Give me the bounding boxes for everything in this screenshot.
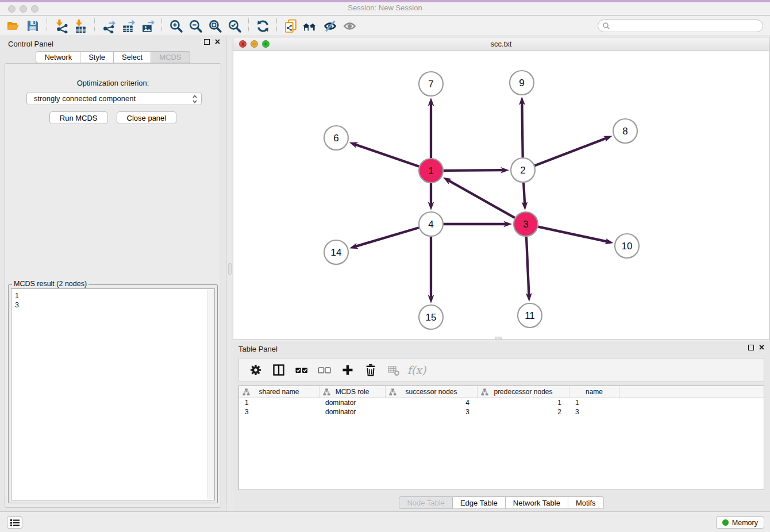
export-network-icon[interactable] — [99, 17, 118, 34]
tab-node-table[interactable]: Node Table — [399, 496, 453, 509]
tab-select[interactable]: Select — [114, 51, 151, 63]
result-scrollbar[interactable] — [207, 290, 214, 499]
toolbar-separator — [94, 18, 95, 33]
column-header-MCDS-role[interactable]: MCDS role — [319, 386, 386, 398]
cell-shared-name[interactable]: 1 — [239, 398, 319, 407]
column-header-shared-name[interactable]: shared name — [239, 386, 319, 398]
search-input[interactable] — [613, 21, 763, 31]
graph-edge-4-14[interactable] — [355, 228, 419, 246]
hide-selected-icon[interactable] — [320, 17, 340, 34]
tab-style[interactable]: Style — [80, 51, 114, 63]
application-window: Session: New Session — [0, 0, 770, 532]
mcds-result-text: 1 3 — [11, 289, 214, 312]
cell-name[interactable]: 1 — [569, 398, 619, 407]
zoom-in-icon[interactable] — [166, 17, 186, 34]
delete-column-trash-icon[interactable] — [363, 363, 378, 377]
search-icon — [602, 22, 610, 30]
cell-shared-name[interactable]: 3 — [239, 407, 319, 417]
node-table: shared nameMCDS rolesuccessor nodesprede… — [238, 385, 764, 490]
import-table-icon[interactable] — [71, 17, 90, 34]
run-mcds-button[interactable]: Run MCDS — [49, 111, 108, 124]
table-panel-title: Table Panel — [238, 345, 278, 353]
import-network-icon[interactable] — [51, 17, 71, 34]
network-canvas[interactable]: 7968124314101511 — [233, 51, 769, 340]
float-table-panel-icon[interactable] — [748, 345, 754, 350]
graph-edge-2-3[interactable] — [523, 183, 525, 205]
graph-edge-3-11[interactable] — [526, 237, 529, 296]
control-panel-tabs: NetworkStyleSelectMCDS — [0, 51, 226, 63]
graph-node-label: 7 — [428, 79, 433, 90]
table-panel: Table Panel × — [233, 342, 770, 511]
window-titlebar: Session: New Session — [0, 0, 770, 16]
cell-successor-nodes[interactable]: 4 — [386, 398, 478, 407]
graph-node-label: 9 — [519, 78, 524, 88]
criterion-value: strongly connected component — [34, 94, 136, 103]
graph-edge-1-2[interactable] — [444, 170, 503, 171]
toolbar-separator — [47, 18, 47, 33]
control-panel-title: Control Panel — [8, 40, 53, 48]
show-column-panel-icon[interactable] — [271, 363, 286, 377]
close-panel-icon[interactable]: × — [215, 39, 220, 45]
vertical-splitter-handle[interactable] — [228, 263, 232, 275]
table-toolbar: f(x) — [238, 358, 764, 382]
open-session-icon[interactable] — [3, 17, 23, 34]
create-column-plus-icon[interactable] — [340, 363, 355, 377]
show-graphics-details-icon[interactable] — [340, 17, 359, 34]
graph-node-label: 4 — [428, 219, 433, 230]
save-session-icon[interactable] — [23, 17, 43, 34]
horizontal-splitter-handle[interactable] — [495, 337, 502, 340]
close-table-panel-icon[interactable]: × — [759, 345, 764, 350]
tab-edge-table[interactable]: Edge Table — [453, 496, 506, 509]
cell-MCDS-role[interactable]: dominator — [319, 398, 386, 407]
cell-MCDS-role[interactable]: dominator — [319, 407, 386, 417]
memory-button[interactable]: Memory — [716, 516, 764, 529]
table-row[interactable]: 3dominator323 — [239, 407, 764, 417]
window-title: Session: New Session — [0, 3, 770, 12]
tab-motifs[interactable]: Motifs — [568, 496, 604, 509]
show-panels-menu-button[interactable] — [7, 516, 22, 529]
optimization-criterion-label: Optimization criterion: — [5, 79, 221, 87]
graph-node-label: 15 — [426, 312, 437, 323]
zoom-out-icon[interactable] — [186, 17, 205, 34]
delete-table-icon[interactable] — [386, 363, 401, 377]
new-session-from-network-icon[interactable] — [281, 17, 301, 34]
cell-predecessor-nodes[interactable]: 2 — [478, 407, 569, 417]
mcds-result-area[interactable]: 1 3 — [11, 288, 215, 500]
graph-node-label: 14 — [331, 247, 342, 258]
search-field[interactable] — [598, 20, 763, 32]
export-image-icon[interactable] — [138, 17, 157, 34]
zoom-fit-icon[interactable] — [205, 17, 225, 34]
mcds-panel: Optimization criterion: strongly connect… — [5, 63, 221, 508]
graph-node-label: 10 — [622, 241, 633, 252]
table-settings-gear-icon[interactable] — [248, 363, 263, 377]
graph-edge-2-8[interactable] — [535, 138, 607, 165]
graph-edge-1-6[interactable] — [355, 144, 419, 167]
cell-successor-nodes[interactable]: 3 — [386, 407, 478, 417]
memory-status-icon — [722, 519, 729, 526]
network-window-titlebar[interactable]: x – + scc.txt — [233, 37, 769, 51]
select-all-rows-icon[interactable] — [294, 363, 309, 377]
column-header-name[interactable]: name — [569, 386, 619, 398]
deselect-all-rows-icon[interactable] — [317, 363, 332, 377]
graph-edge-2-9[interactable] — [522, 102, 522, 157]
tab-network-table[interactable]: Network Table — [506, 496, 568, 509]
criterion-select[interactable]: strongly connected component — [26, 92, 202, 105]
apply-layout-icon[interactable] — [253, 17, 272, 34]
first-neighbors-icon[interactable] — [301, 17, 320, 34]
zoom-selected-icon[interactable] — [225, 17, 244, 34]
graph-edge-3-1[interactable] — [448, 180, 515, 218]
float-panel-icon[interactable] — [204, 39, 210, 45]
close-panel-button[interactable]: Close panel — [117, 111, 177, 124]
cell-predecessor-nodes[interactable]: 1 — [478, 398, 569, 407]
column-header-predecessor-nodes[interactable]: predecessor nodes — [478, 386, 569, 398]
table-row[interactable]: 1dominator411 — [239, 398, 764, 407]
table-panel-tabs: Node TableEdge TableNetwork TableMotifs — [233, 496, 770, 509]
window-accent-strip — [0, 0, 770, 2]
tab-mcds[interactable]: MCDS — [151, 51, 190, 63]
export-table-icon[interactable] — [118, 17, 138, 34]
list-icon — [10, 518, 20, 527]
graph-edge-3-10[interactable] — [538, 227, 608, 242]
cell-name[interactable]: 3 — [569, 407, 619, 417]
tab-network[interactable]: Network — [36, 51, 80, 63]
column-header-successor-nodes[interactable]: successor nodes — [386, 386, 478, 398]
